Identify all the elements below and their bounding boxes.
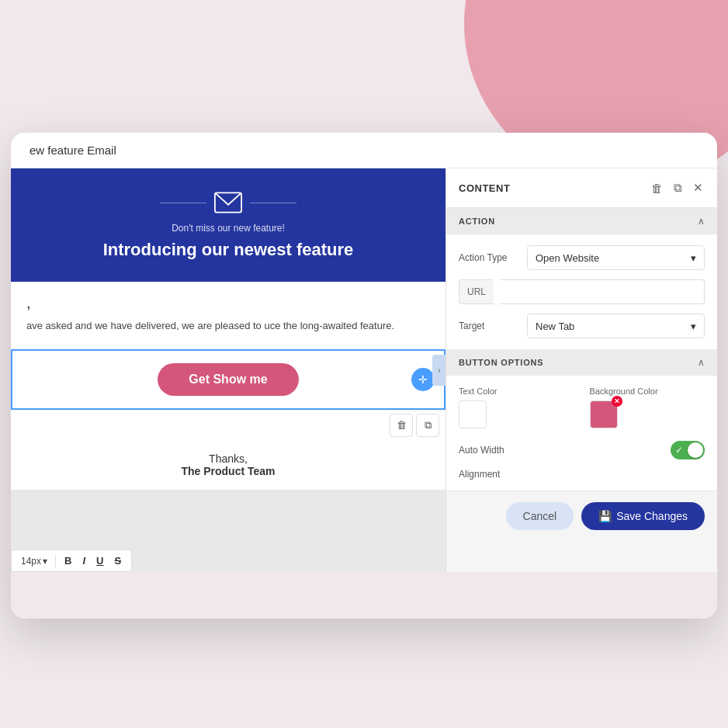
save-icon: 💾 [598,510,612,522]
action-section: ACTION ∧ Action Type Open Website ▾ [446,208,717,349]
panel-close-button[interactable]: ✕ [692,179,705,196]
action-type-select[interactable]: Open Website ▾ [527,245,705,270]
alignment-row: Alignment [459,469,705,480]
text-color-swatch[interactable] [459,400,487,428]
chevron-down-icon: ▾ [43,556,47,567]
collapse-panel-handle[interactable]: › [432,355,445,386]
envelope-icon [214,192,242,213]
trash-icon: 🗑 [397,419,407,431]
toggle-knob [688,442,703,458]
target-value: New Tab [536,321,574,332]
copy-icon: ⧉ [425,419,432,432]
bg-color-swatch-wrap: ✕ [590,400,618,428]
panel-header-icons: 🗑 ⧉ ✕ [650,179,705,196]
panel-title: CONTENT [459,182,650,194]
auto-width-toggle[interactable]: ✓ [671,441,705,459]
delete-block-button[interactable]: 🗑 [390,414,413,437]
main-layout: Don't miss our new feature! Introducing … [11,168,717,572]
panel-header: CONTENT 🗑 ⧉ ✕ [446,168,717,208]
save-changes-button[interactable]: 💾 Save Changes [581,502,705,530]
url-input[interactable] [500,279,705,304]
button-options-section: BUTTON OPTIONS ∧ Text Color Backgrou [446,349,717,491]
action-type-value: Open Website [536,252,599,264]
close-icon: ✕ [693,181,703,194]
move-handle[interactable]: ✛ [411,368,435,391]
toggle-check-icon: ✓ [675,445,683,456]
target-select[interactable]: New Tab ▾ [527,314,705,338]
button-options-chevron-icon: ∧ [698,357,705,368]
text-color-swatch-wrap [459,400,487,428]
email-footer-name: The Product Team [26,465,430,477]
format-toolbar: 14px ▾ B I U S [11,549,132,572]
auto-width-row: Auto Width ✓ [459,441,705,459]
chevron-down-icon: ▾ [691,252,696,264]
bottom-bar [11,572,717,619]
copy-icon: ⧉ [674,181,682,194]
button-action-icons: 🗑 ⧉ [11,410,445,440]
font-size-selector[interactable]: 14px ▾ [18,554,50,568]
auto-width-label: Auto Width [459,445,504,456]
cta-button-area: Get Show me ✛ [11,349,445,410]
bold-button[interactable]: B [61,553,75,568]
settings-panel: CONTENT 🗑 ⧉ ✕ ACTION ∧ [445,168,717,572]
bg-color-field: Background Color ✕ [590,387,705,432]
email-body: , ave asked and we have delivered, we ar… [11,282,445,349]
button-options-header[interactable]: BUTTON OPTIONS ∧ [446,349,717,376]
action-type-label: Action Type [459,252,521,263]
text-color-label: Text Color [459,387,574,396]
header-line-left [160,203,206,203]
url-prefix-label: URL [459,279,494,304]
text-color-field: Text Color [459,387,574,432]
font-size-value: 14px [21,556,41,567]
panel-footer: Cancel 💾 Save Changes [446,491,717,541]
target-label: Target [459,321,521,331]
email-footer: Thanks, The Product Team [11,440,445,490]
email-header-line [26,192,430,213]
window-title: ew feature Email [29,144,116,157]
panel-delete-button[interactable]: 🗑 [650,180,664,196]
save-label: Save Changes [616,510,688,522]
bg-color-label: Background Color [590,387,705,396]
alignment-label: Alignment [459,469,500,480]
cta-button[interactable]: Get Show me [158,363,298,396]
delete-icon: 🗑 [651,182,663,195]
window-container: ew feature Email Don't miss our new feat… [11,133,717,619]
panel-copy-button[interactable]: ⧉ [672,179,684,196]
email-subtitle: Don't miss our new feature! [26,223,430,234]
email-preview: Don't miss our new feature! Introducing … [11,168,445,572]
url-row: URL [459,279,705,304]
chevron-down-icon: ▾ [691,321,696,332]
email-header: Don't miss our new feature! Introducing … [11,168,445,282]
action-section-header[interactable]: ACTION ∧ [446,208,717,234]
action-chevron-icon: ∧ [698,216,705,227]
email-footer-thanks: Thanks, [26,452,430,465]
target-row: Target New Tab ▾ [459,314,705,338]
header-line-right [250,203,296,203]
action-section-body: Action Type Open Website ▾ URL [446,234,717,349]
underline-button[interactable]: U [92,553,107,568]
strikethrough-button[interactable]: S [110,553,125,568]
italic-button[interactable]: I [78,553,89,568]
action-type-select-wrap: Open Website ▾ [527,245,705,270]
remove-bg-color-button[interactable]: ✕ [612,396,622,407]
title-bar: ew feature Email [11,133,717,168]
action-section-title: ACTION [459,217,495,226]
button-options-body: Text Color Background Color ✕ [446,376,717,491]
email-body-text: ave asked and we have delivered, we are … [26,318,430,334]
colors-row: Text Color Background Color ✕ [459,387,705,432]
cancel-button[interactable]: Cancel [506,502,574,530]
email-greeting: , [26,294,430,312]
toolbar-divider [55,555,56,567]
button-options-title: BUTTON OPTIONS [459,358,543,367]
email-title: Introducing our newest feature [26,240,430,260]
copy-block-button[interactable]: ⧉ [416,414,439,437]
action-type-row: Action Type Open Website ▾ [459,245,705,270]
